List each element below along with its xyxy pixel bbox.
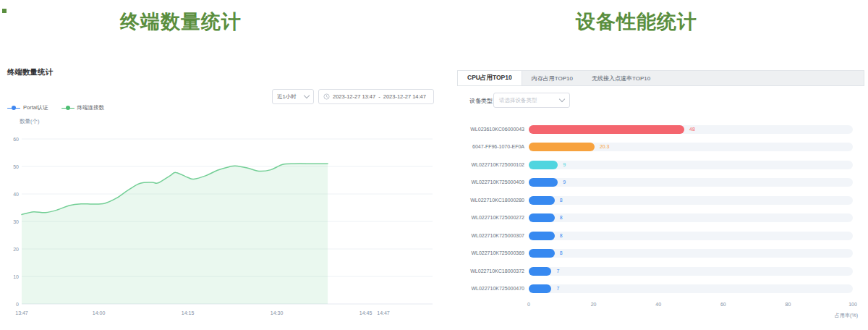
- tab-1[interactable]: 内存占用TOP10: [522, 71, 582, 85]
- bar-fill: [529, 161, 558, 169]
- bar-value-label: 8: [560, 231, 563, 241]
- device-type-placeholder: 请选择设备类型: [499, 97, 537, 104]
- terminal-count-big-title: 终端数量统计: [0, 9, 362, 35]
- bar-x-tick-label: 60: [716, 302, 731, 307]
- bar-category-label: WL022710K725000409: [456, 177, 524, 187]
- bar-category-label: WL022710K725000272: [456, 213, 524, 223]
- bar-x-tick-label: 20: [587, 302, 601, 307]
- terminal-count-panel-title: 终端数量统计: [7, 67, 53, 77]
- bar-x-tick-label: 0: [522, 302, 536, 307]
- performance-tabs: CPU占用TOP10内存占用TOP10无线接入点速率TOP10: [457, 70, 864, 86]
- bar-x-tick-label: 100: [846, 302, 860, 307]
- y-tick-label: 0: [16, 302, 19, 307]
- bar-track: [529, 232, 853, 240]
- bar-row-5: WL022710K725000272 8: [456, 213, 868, 223]
- y-tick-label: 20: [13, 247, 19, 252]
- bar-value-label: 9: [563, 160, 566, 170]
- bar-category-label: WL022710K725000470: [456, 284, 524, 294]
- bar-category-label: WL023610KC06000043: [456, 124, 524, 135]
- device-type-select[interactable]: 请选择设备类型: [493, 93, 570, 108]
- date-range-end: 2023-12-27 14:47: [383, 93, 426, 100]
- legend-item-1[interactable]: 终端连接数: [61, 104, 105, 111]
- y-axis-title: 数量(个): [20, 118, 40, 125]
- bar-row-6: WL022710K725000307 8: [456, 231, 868, 241]
- bar-category-label: WL022710K725000102: [456, 160, 524, 170]
- bar-category-label: WL022710K725000307: [456, 231, 524, 241]
- legend-label: 终端连接数: [77, 104, 105, 111]
- bar-category-label: WL022710KC18000372: [456, 266, 524, 276]
- bar-row-9: WL022710K725000470 7: [456, 284, 868, 294]
- x-axis-title: 占用率(%): [835, 312, 858, 319]
- bar-row-0: WL023610KC06000043 48: [456, 124, 868, 135]
- bar-value-label: 7: [556, 284, 559, 294]
- bar-row-7: WL022710K725000369 8: [456, 248, 868, 258]
- bar-fill: [529, 178, 558, 187]
- device-type-label: 设备类型: [469, 97, 493, 105]
- date-range-picker[interactable]: 2023-12-27 13:47 - 2023-12-27 14:47: [318, 89, 434, 104]
- legend-marker-icon: [7, 105, 20, 111]
- legend-label: Portal认证: [23, 104, 48, 111]
- bar-fill: [529, 196, 555, 205]
- clock-icon: [323, 93, 330, 100]
- x-tick-label: 13:47: [15, 310, 28, 316]
- chart-legend: Portal认证 终端连接数: [7, 104, 104, 111]
- bar-value-label: 8: [560, 213, 563, 223]
- bar-category-label: WL022710KC18000280: [456, 195, 524, 206]
- date-range-separator: -: [378, 93, 380, 100]
- bar-fill: [529, 284, 551, 293]
- bar-row-2: WL022710K725000102 9: [456, 160, 868, 170]
- tab-2[interactable]: 无线接入点速率TOP10: [582, 71, 660, 85]
- bar-value-label: 9: [563, 177, 566, 187]
- terminal-count-line-chart: 010203040506013:4714:0014:1514:3014:4514…: [0, 129, 434, 326]
- time-range-value: 近1小时: [277, 93, 297, 101]
- bar-value-label: 20.3: [600, 142, 610, 152]
- y-tick-label: 10: [13, 274, 19, 279]
- bar-value-label: 8: [560, 195, 563, 206]
- x-tick-label: 14:47: [377, 310, 390, 316]
- bar-track: [529, 284, 853, 293]
- terminal-count-panel: 终端数量统计 终端数量统计 近1小时 2023-12-27 13:47 - 20…: [0, 0, 434, 330]
- bar-value-label: 48: [689, 124, 695, 135]
- bar-track: [529, 213, 853, 222]
- chevron-down-icon: [304, 93, 310, 98]
- bar-track: [529, 267, 853, 276]
- bar-track: [529, 196, 853, 205]
- bar-track: [529, 161, 853, 169]
- bar-category-label: 6047-FF96-1070-EF0A: [456, 142, 524, 152]
- bar-track: [529, 249, 853, 258]
- x-tick-label: 14:00: [93, 310, 106, 316]
- x-tick-label: 14:30: [271, 310, 284, 316]
- legend-marker-icon: [61, 105, 75, 111]
- y-tick-label: 50: [13, 164, 19, 169]
- x-tick-label: 14:15: [182, 310, 195, 316]
- time-range-select[interactable]: 近1小时: [272, 89, 314, 104]
- bar-row-4: WL022710KC18000280 8: [456, 195, 868, 206]
- x-tick-label: 14:45: [359, 310, 373, 316]
- bar-category-label: WL022710K725000369: [456, 248, 524, 258]
- bar-x-tick-label: 40: [651, 302, 665, 307]
- y-tick-label: 60: [13, 137, 19, 142]
- bar-fill: [529, 267, 551, 276]
- device-performance-panel: 设备性能统计 CPU占用TOP10内存占用TOP10无线接入点速率TOP10 设…: [456, 0, 868, 330]
- bar-value-label: 7: [556, 266, 559, 276]
- bar-row-1: 6047-FF96-1070-EF0A 20.3: [456, 142, 868, 152]
- bar-row-3: WL022710K725000409 9: [456, 177, 868, 187]
- terminal-connections-area: [22, 164, 328, 304]
- bar-fill: [529, 125, 684, 134]
- bar-row-8: WL022710KC18000372 7: [456, 266, 868, 276]
- bar-fill: [529, 232, 555, 240]
- date-range-start: 2023-12-27 13:47: [333, 93, 375, 100]
- bar-fill: [529, 143, 595, 151]
- bar-x-tick-label: 80: [780, 302, 795, 307]
- tab-0[interactable]: CPU占用TOP10: [458, 71, 522, 85]
- y-tick-label: 30: [13, 219, 19, 224]
- bar-value-label: 8: [560, 248, 563, 258]
- y-tick-label: 40: [13, 192, 19, 197]
- device-performance-big-title: 设备性能统计: [456, 9, 817, 35]
- chevron-down-icon: [559, 96, 565, 102]
- dashboard: 终端数量统计 终端数量统计 近1小时 2023-12-27 13:47 - 20…: [0, 0, 868, 330]
- bar-track: [529, 178, 853, 187]
- bar-fill: [529, 213, 555, 222]
- legend-item-0[interactable]: Portal认证: [7, 104, 48, 111]
- bar-fill: [529, 249, 555, 258]
